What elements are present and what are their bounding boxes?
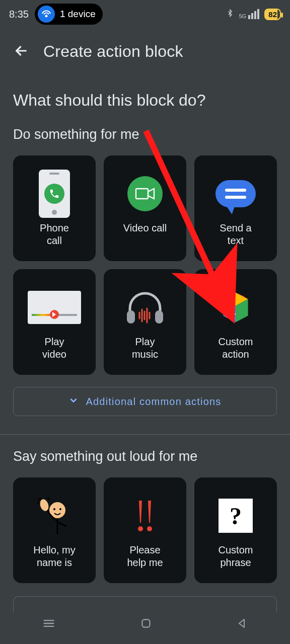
play-music-icon (122, 282, 168, 333)
help-exclaim-icon (130, 491, 160, 541)
cast-icon (38, 6, 55, 23)
tile-label: Video call (119, 222, 171, 234)
cast-device-badge[interactable]: 1 device (35, 4, 103, 25)
app-bar: Create action block (0, 28, 290, 71)
custom-phrase-icon: ? (219, 491, 253, 541)
battery-indicator: 82 (264, 9, 281, 20)
system-nav-bar (0, 605, 290, 644)
tile-label: Play video (38, 336, 70, 361)
tile-phone-call[interactable]: Phone call (13, 155, 96, 261)
tile-video-call[interactable]: Video call (104, 155, 186, 261)
svg-rect-1 (127, 310, 135, 324)
svg-rect-25 (142, 619, 150, 627)
nav-recents-icon[interactable] (42, 616, 56, 632)
tile-custom-phrase[interactable]: ? Custom phrase (194, 477, 277, 583)
custom-action-icon (215, 282, 256, 333)
svg-point-20 (138, 526, 143, 531)
svg-point-19 (39, 498, 50, 512)
bluetooth-icon (226, 8, 234, 21)
tile-play-music[interactable]: Play music (104, 269, 186, 375)
tile-label: Please help me (123, 544, 167, 569)
status-time: 8:35 (9, 9, 29, 20)
svg-rect-2 (155, 310, 163, 324)
tile-send-text[interactable]: Send a text (194, 155, 277, 261)
phone-call-icon (39, 169, 70, 219)
tile-label: Custom action (214, 336, 257, 361)
divider (0, 434, 290, 435)
waving-person-icon (34, 491, 75, 541)
status-bar: 8:35 1 device 5G 82 (0, 0, 290, 28)
additional-actions-expand[interactable]: Additional common actions (13, 387, 277, 416)
page-title: Create action block (43, 42, 183, 61)
section-title-do: Do something for me (13, 127, 277, 142)
tile-label: Custom phrase (214, 544, 257, 569)
section-title-say: Say something out loud for me (13, 449, 277, 464)
svg-line-18 (57, 522, 66, 526)
nav-home-icon[interactable] (139, 617, 153, 632)
svg-rect-0 (136, 189, 148, 199)
svg-point-16 (59, 508, 61, 510)
play-video-icon (28, 282, 81, 333)
nav-back-icon[interactable] (236, 617, 248, 631)
tile-play-video[interactable]: Play video (13, 269, 96, 375)
send-text-icon (215, 169, 256, 219)
tile-help-me[interactable]: Please help me (104, 477, 186, 583)
expand-label: Additional common actions (86, 396, 221, 408)
svg-point-15 (53, 508, 55, 510)
signal-icon: 5G (239, 9, 260, 19)
tile-grid-do: Phone call Video call Send a text Play v… (13, 155, 277, 375)
svg-point-12 (226, 309, 229, 312)
heading: What should this block do? (13, 91, 277, 110)
svg-point-21 (147, 526, 152, 531)
tile-custom-action[interactable]: Custom action (194, 269, 277, 375)
back-icon[interactable] (13, 43, 29, 61)
tile-label: Phone call (36, 222, 73, 247)
tile-label: Send a text (215, 222, 255, 247)
chevron-down-icon (68, 395, 79, 408)
video-call-icon (127, 169, 163, 219)
tile-grid-say: Hello, my name is Please help me ? Custo… (13, 477, 277, 583)
svg-point-13 (232, 308, 235, 312)
cast-device-count: 1 device (60, 9, 96, 20)
tile-label: Play music (128, 336, 162, 361)
tile-hello-name[interactable]: Hello, my name is (13, 477, 96, 583)
tile-label: Hello, my name is (29, 544, 79, 569)
